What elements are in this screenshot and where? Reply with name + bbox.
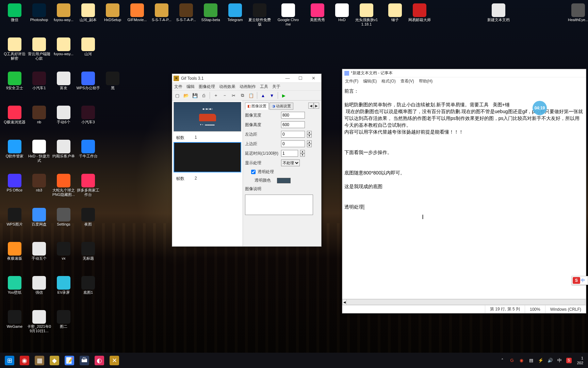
top-margin-input[interactable] <box>281 140 305 147</box>
taskbar-app-button[interactable]: ✕ <box>107 354 122 367</box>
close-button[interactable]: ✕ <box>307 75 320 82</box>
desktop-icon[interactable]: 百度网盘 <box>27 208 51 227</box>
spin-down[interactable]: ▼ <box>307 134 312 138</box>
tray-sogou-icon[interactable]: S <box>566 358 572 363</box>
maximize-button[interactable]: ☐ <box>294 75 307 82</box>
menu-item[interactable]: 动画制作 <box>240 84 256 90</box>
desktop-icon[interactable]: Q极速浏览器 <box>3 106 27 124</box>
desktop-icon[interactable]: 手动6个 <box>52 106 76 124</box>
desktop-icon[interactable]: 锤子 <box>383 3 407 22</box>
taskbar-app-button[interactable]: 📝 <box>62 354 77 367</box>
desktop-icon[interactable]: PS Office <box>3 174 27 193</box>
desktop-icon[interactable]: SStap-beta <box>199 3 223 22</box>
scroll-left-icon[interactable]: ◀ <box>342 299 346 305</box>
desktop-icon[interactable]: 手动五个 <box>27 242 51 261</box>
desktop-icon[interactable]: fuyou-wsy... <box>52 3 76 22</box>
desktop-icon[interactable]: HxDSetup <box>101 3 125 22</box>
tray-ime-icon[interactable]: 中 <box>557 357 563 364</box>
menu-item[interactable]: 编辑(E) <box>363 78 377 84</box>
desktop-icon[interactable]: 美图秀秀 <box>306 3 329 22</box>
taskbar-app-button[interactable]: ▦ <box>32 354 47 367</box>
desktop-icon[interactable]: 卡密_2021年09月10日1... <box>27 310 51 333</box>
description-input[interactable] <box>245 195 313 215</box>
desktop-icon[interactable]: WeGame <box>3 310 27 329</box>
taskbar-app-button[interactable]: ◉ <box>17 354 32 367</box>
notepad-titlebar[interactable]: *新建文本文档 - 记事本 <box>342 69 586 77</box>
menu-item[interactable]: 文件(F) <box>345 78 358 84</box>
desktop-icon[interactable]: 图二 <box>52 310 76 329</box>
tray-app-icon[interactable]: ▤ <box>528 357 534 364</box>
desktop-icon[interactable]: 小汽车1 <box>27 72 51 90</box>
ime-lang-label[interactable]: 中 <box>581 278 585 283</box>
desktop-icon[interactable]: 小汽车3 <box>76 106 100 124</box>
desktop-icon[interactable]: Photoshop <box>27 3 51 22</box>
menu-item[interactable]: 图像处理 <box>199 84 215 90</box>
tray-chevron-icon[interactable]: ˄ <box>500 357 506 364</box>
desktop-icon[interactable]: HxD <box>330 3 354 22</box>
add-icon[interactable]: ＋ <box>212 92 219 99</box>
desktop-icon[interactable]: 约期乐客户单 <box>52 140 76 158</box>
desktop-icon[interactable]: 无标题 <box>76 242 100 261</box>
new-icon[interactable]: ▢ <box>174 92 181 99</box>
menu-item[interactable]: 编辑 <box>186 84 195 90</box>
tray-network-icon[interactable]: ⚡ <box>538 357 544 364</box>
image-width-input[interactable] <box>281 112 305 119</box>
desktop-icon[interactable]: 微信 <box>3 3 27 22</box>
desktop-icon[interactable]: S-S-T-A-P... <box>150 3 174 22</box>
play-icon[interactable]: ▶ <box>280 92 288 99</box>
desktop-icon[interactable]: 光头强换肤v11.18.1 <box>355 3 378 27</box>
desktop-icon[interactable]: 雷云用户端随心款 <box>27 37 51 61</box>
paste-icon[interactable]: 📋 <box>247 92 255 99</box>
desktop-icon[interactable]: fuyou-wsy... <box>52 37 76 56</box>
alpha-checkbox[interactable] <box>251 170 256 174</box>
open-icon[interactable]: 📂 <box>182 92 190 99</box>
menu-item[interactable]: 动画效果 <box>219 84 235 90</box>
desktop-icon[interactable]: Telegram <box>223 3 247 22</box>
copy-icon[interactable]: ⧉ <box>239 92 246 99</box>
tab-animation-settings[interactable]: ◑动画设置 <box>270 103 293 110</box>
desktop-icon[interactable]: HealthEye... <box>566 3 588 22</box>
cut-icon[interactable]: ✂ <box>230 92 237 99</box>
minimize-button[interactable]: — <box>281 75 294 82</box>
saveas-icon[interactable]: ⎙ <box>200 92 208 99</box>
desktop-icon[interactable]: 夜图 <box>76 208 100 227</box>
desktop-icon[interactable]: 网易邮箱大师 <box>408 3 431 22</box>
desktop-icon[interactable]: 大蛇丸个球之PNG隐藏图... <box>52 174 76 197</box>
taskbar-app-button[interactable]: ◆ <box>47 354 62 367</box>
taskbar-app-button[interactable]: ◐ <box>92 354 107 367</box>
render-select[interactable]: 不处理 <box>281 159 300 166</box>
desktop-icon[interactable]: Google Chrome <box>276 3 300 27</box>
left-margin-input[interactable] <box>281 131 305 138</box>
desktop-icon[interactable]: S-S-T-A-P... <box>174 3 198 22</box>
desktop-icon[interactable]: 强信 <box>27 276 51 295</box>
notepad-text-content[interactable]: 前言： 贴吧防删图的简单制作，防止小白连续被划.新手简单易懂。需要工具 美图+锤… <box>342 85 586 299</box>
tray-volume-icon[interactable]: 🔊 <box>547 357 553 364</box>
alpha-color-swatch[interactable] <box>277 178 291 183</box>
gif-tools-titlebar[interactable]: ✕ Gif Tools 3.1 — ☐ ✕ <box>172 74 321 83</box>
desktop-icon[interactable]: nb3 <box>27 174 51 193</box>
desktop-icon[interactable]: 底图1 <box>76 276 100 295</box>
menu-item[interactable]: 格式(O) <box>381 78 395 84</box>
taskbar-app-button[interactable]: ⊞ <box>2 354 17 367</box>
notepad-hscrollbar[interactable]: ◀ <box>342 299 586 305</box>
scroll-track[interactable] <box>346 299 585 305</box>
desktop-icon[interactable]: EV录屏 <box>52 276 76 295</box>
desktop-icon[interactable]: 千牛工作台 <box>76 140 100 158</box>
spin-down[interactable]: ▼ <box>307 144 312 147</box>
desktop-icon[interactable]: WPS图片 <box>3 208 27 227</box>
down-icon[interactable]: ▼ <box>268 92 276 99</box>
frame-thumbnail-1[interactable]: ◆◇◆◇◆◇▾ ▪ ▬▬▬▬ <box>174 102 241 132</box>
desktop-icon[interactable]: Q工具好评后解密 <box>3 37 27 61</box>
menu-item[interactable]: 查看(V) <box>401 78 414 84</box>
menu-item[interactable]: 帮助(H) <box>419 78 433 84</box>
spin-up[interactable]: ▲ <box>307 140 312 144</box>
tab-next-icon[interactable]: ▶ <box>314 103 319 109</box>
desktop-icon[interactable]: WPS办公助手 <box>76 72 100 90</box>
tray-g-icon[interactable]: G <box>509 357 515 364</box>
taskbar-app-button[interactable]: 🏔 <box>77 354 92 367</box>
menu-item[interactable]: 工具 <box>260 84 268 90</box>
desktop-icon[interactable]: GIFMovie... <box>125 3 149 22</box>
desktop-icon[interactable]: 山河 <box>76 37 100 56</box>
spin-up[interactable]: ▲ <box>307 131 312 134</box>
ime-sogou-icon[interactable]: S <box>573 277 580 284</box>
